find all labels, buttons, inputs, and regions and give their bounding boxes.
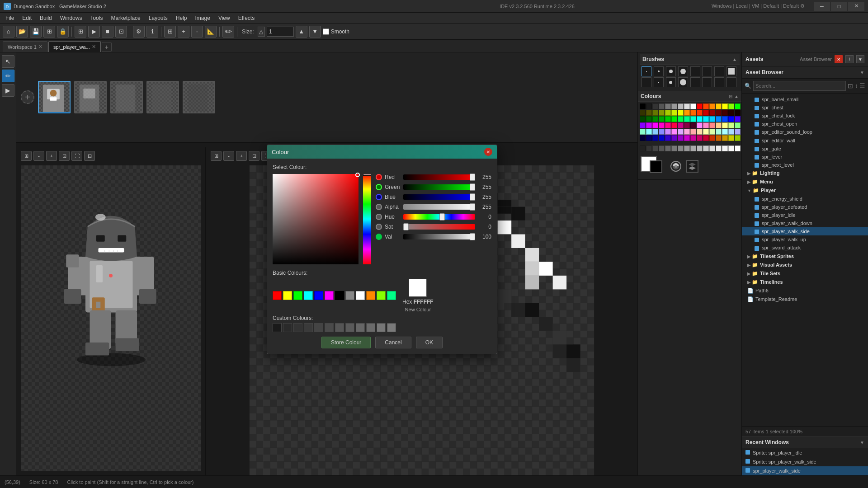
background-swatch[interactable] xyxy=(650,160,662,173)
colour-cell-22[interactable] xyxy=(678,110,684,116)
brush-r7[interactable] xyxy=(714,77,724,87)
colour-cell-2[interactable] xyxy=(652,103,658,109)
colour-cell-70[interactable] xyxy=(678,129,684,135)
val-slider[interactable] xyxy=(403,234,475,239)
green-thumb[interactable] xyxy=(470,183,475,191)
empty-colour-9[interactable] xyxy=(697,145,703,151)
colour-cell-20[interactable] xyxy=(665,110,671,116)
colour-cell-61[interactable] xyxy=(722,122,728,128)
green-slider[interactable] xyxy=(403,184,475,190)
colour-cell-77[interactable] xyxy=(722,129,728,135)
alpha-thumb[interactable] xyxy=(470,203,475,211)
toolbar-stop[interactable]: ■ xyxy=(102,26,113,38)
sat-thumb[interactable] xyxy=(403,223,409,230)
tree-item-spr-player-walk-side[interactable]: spr_player_walk_side xyxy=(742,227,868,235)
colour-cell-89[interactable] xyxy=(697,135,703,141)
custom-colour-1[interactable] xyxy=(283,323,292,332)
recent-windows-collapse[interactable]: ▼ xyxy=(860,440,864,445)
menu-image[interactable]: Image xyxy=(192,14,214,22)
tree-item-spr-editor-sound-loop[interactable]: spr_editor_sound_loop xyxy=(742,128,868,136)
colour-cell-49[interactable] xyxy=(646,122,652,128)
colour-cell-23[interactable] xyxy=(684,110,690,116)
colour-cell-73[interactable] xyxy=(697,129,703,135)
sort-button[interactable]: ↕ xyxy=(855,83,858,89)
toolbar-step[interactable]: ⊡ xyxy=(115,26,127,38)
colour-cell-13[interactable] xyxy=(722,103,728,109)
colour-cell-31[interactable] xyxy=(735,110,741,116)
colour-cell-5[interactable] xyxy=(671,103,677,109)
asset-close-button[interactable]: ✕ xyxy=(835,55,843,63)
brush-r6[interactable] xyxy=(702,77,712,87)
sat-circle[interactable] xyxy=(376,224,382,230)
green-circle[interactable] xyxy=(376,184,382,190)
tree-item-menu[interactable]: ▶ 📁Menu xyxy=(742,178,868,186)
colour-cell-62[interactable] xyxy=(728,122,734,128)
custom-colour-8[interactable] xyxy=(356,323,365,332)
colour-cell-53[interactable] xyxy=(671,122,677,128)
smooth-checkbox[interactable] xyxy=(323,28,329,35)
empty-colour-0[interactable] xyxy=(640,145,646,151)
recent-item-2[interactable]: spr_player_walk_side xyxy=(742,466,868,475)
tree-item-spr-editor-wall[interactable]: spr_editor_wall xyxy=(742,136,868,144)
brush-4px[interactable] xyxy=(666,66,676,76)
custom-colour-5[interactable] xyxy=(325,323,334,332)
tool-cursor[interactable]: ↖ xyxy=(2,55,14,68)
colour-cell-21[interactable] xyxy=(671,110,677,116)
menu-edit[interactable]: Edit xyxy=(19,14,35,22)
brush-sq1[interactable] xyxy=(690,66,700,76)
menu-build[interactable]: Build xyxy=(36,14,56,22)
tab-add-button[interactable]: + xyxy=(102,42,112,52)
alpha-slider[interactable] xyxy=(403,204,475,210)
red-slider[interactable] xyxy=(403,174,475,180)
minimize-button[interactable]: ─ xyxy=(814,2,830,11)
colour-cell-88[interactable] xyxy=(690,135,696,141)
asset-search-input[interactable] xyxy=(753,81,846,91)
empty-colour-12[interactable] xyxy=(716,145,722,151)
colour-cell-87[interactable] xyxy=(684,135,690,141)
grid-toggle-right[interactable]: ⊞ xyxy=(211,151,222,161)
tree-item-spr-player-idle[interactable]: spr_player_idle xyxy=(742,211,868,219)
colour-cell-41[interactable] xyxy=(697,116,703,122)
basic-colour-2[interactable] xyxy=(293,291,302,300)
cancel-button[interactable]: Cancel xyxy=(375,337,411,348)
brush-2px[interactable] xyxy=(654,66,664,76)
ok-button[interactable]: OK xyxy=(416,337,443,348)
colour-cell-16[interactable] xyxy=(640,110,646,116)
sprite-frame-3[interactable] xyxy=(110,81,143,113)
tab-workspace[interactable]: Workspace 1 ✕ xyxy=(3,41,47,52)
fullscreen-left[interactable]: ⛶ xyxy=(71,151,82,161)
toolbar-transform[interactable]: ⊞ xyxy=(75,26,86,38)
size-down[interactable]: ▼ xyxy=(309,26,321,38)
tree-item-spr-chest-open[interactable]: spr_chest_open xyxy=(742,120,868,128)
recent-windows-header[interactable]: Recent Windows ▼ xyxy=(742,437,868,448)
brush-tool[interactable]: ✏ xyxy=(222,26,234,38)
toolbar-lock[interactable]: 🔒 xyxy=(57,26,69,38)
colour-cell-71[interactable] xyxy=(684,129,690,135)
colour-cell-28[interactable] xyxy=(716,110,722,116)
tree-item-timelines[interactable]: ▶ 📁Timelines xyxy=(742,278,868,286)
colour-cell-6[interactable] xyxy=(678,103,684,109)
tree-item-spr-next-level[interactable]: spr_next_level xyxy=(742,161,868,169)
basic-colour-6[interactable] xyxy=(335,291,344,300)
colour-cell-80[interactable] xyxy=(640,135,646,141)
basic-colour-11[interactable] xyxy=(387,291,396,300)
brush-r1[interactable] xyxy=(642,77,651,87)
toolbar-save[interactable]: 💾 xyxy=(30,26,42,38)
colour-cell-45[interactable] xyxy=(722,116,728,122)
empty-colour-6[interactable] xyxy=(678,145,684,151)
colours-toggle[interactable]: ▲ xyxy=(734,94,739,99)
colour-cell-78[interactable] xyxy=(728,129,734,135)
empty-colour-11[interactable] xyxy=(709,145,715,151)
tree-item-spr-player-walk-up[interactable]: spr_player_walk_up xyxy=(742,235,868,244)
colour-cell-75[interactable] xyxy=(709,129,715,135)
blue-slider[interactable] xyxy=(403,194,475,200)
colour-cell-19[interactable] xyxy=(659,110,665,116)
colour-cell-27[interactable] xyxy=(709,110,715,116)
brush-r4[interactable] xyxy=(678,77,688,87)
empty-colour-15[interactable] xyxy=(735,145,741,151)
colour-cell-40[interactable] xyxy=(690,116,696,122)
zoom-fit-left[interactable]: ⊡ xyxy=(59,151,70,161)
colour-cell-30[interactable] xyxy=(728,110,734,116)
tree-item-lighting[interactable]: ▶ 📁Lighting xyxy=(742,169,868,178)
sprite-canvas-checkerboard[interactable] xyxy=(21,165,201,471)
